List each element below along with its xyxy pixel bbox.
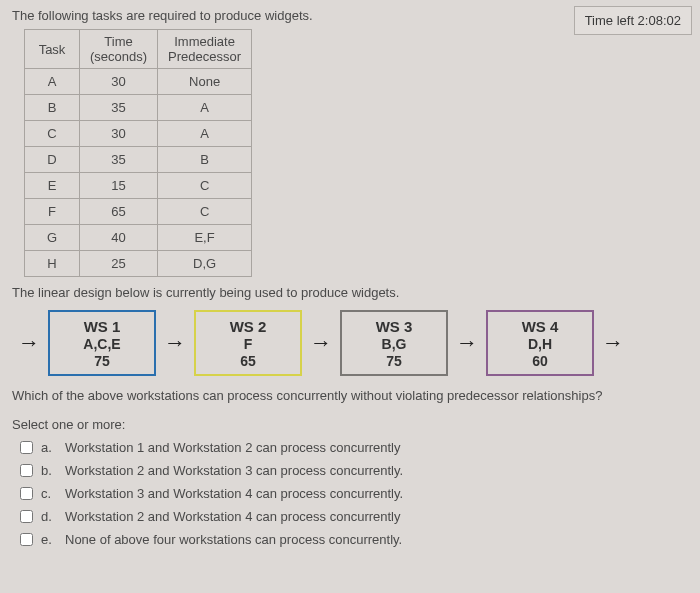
option-c: c. Workstation 3 and Workstation 4 can p… — [20, 486, 688, 501]
arrow-icon: → — [162, 332, 188, 354]
table-row: A30None — [25, 69, 252, 95]
option-b: b. Workstation 2 and Workstation 3 can p… — [20, 463, 688, 478]
options-list: a. Workstation 1 and Workstation 2 can p… — [12, 440, 688, 547]
table-row: C30A — [25, 121, 252, 147]
linear-design-text: The linear design below is currently bei… — [12, 285, 688, 300]
workstation-4: WS 4 D,H 60 — [486, 310, 594, 376]
option-e: e. None of above four workstations can p… — [20, 532, 688, 547]
header-time: Time (seconds) — [80, 30, 158, 69]
table-row: D35B — [25, 147, 252, 173]
workstation-1: WS 1 A,C,E 75 — [48, 310, 156, 376]
table-row: F65C — [25, 199, 252, 225]
arrow-icon: → — [16, 332, 42, 354]
workstation-flow: → WS 1 A,C,E 75 → WS 2 F 65 → WS 3 B,G 7… — [12, 310, 688, 376]
checkbox-a[interactable] — [20, 441, 33, 454]
checkbox-e[interactable] — [20, 533, 33, 546]
table-row: B35A — [25, 95, 252, 121]
arrow-icon: → — [454, 332, 480, 354]
checkbox-b[interactable] — [20, 464, 33, 477]
option-a: a. Workstation 1 and Workstation 2 can p… — [20, 440, 688, 455]
checkbox-d[interactable] — [20, 510, 33, 523]
arrow-icon: → — [600, 332, 626, 354]
select-prompt: Select one or more: — [12, 417, 688, 432]
header-pred: Immediate Predecessor — [158, 30, 252, 69]
table-row: E15C — [25, 173, 252, 199]
table-row: G40E,F — [25, 225, 252, 251]
option-label: Workstation 3 and Workstation 4 can proc… — [65, 486, 403, 501]
header-task: Task — [25, 30, 80, 69]
task-table: Task Time (seconds) Immediate Predecesso… — [24, 29, 252, 277]
option-d: d. Workstation 2 and Workstation 4 can p… — [20, 509, 688, 524]
option-label: Workstation 2 and Workstation 3 can proc… — [65, 463, 403, 478]
arrow-icon: → — [308, 332, 334, 354]
checkbox-c[interactable] — [20, 487, 33, 500]
table-row: H25D,G — [25, 251, 252, 277]
workstation-2: WS 2 F 65 — [194, 310, 302, 376]
option-label: None of above four workstations can proc… — [65, 532, 402, 547]
option-label: Workstation 2 and Workstation 4 can proc… — [65, 509, 401, 524]
timer-badge: Time left 2:08:02 — [574, 6, 692, 35]
workstation-3: WS 3 B,G 75 — [340, 310, 448, 376]
option-label: Workstation 1 and Workstation 2 can proc… — [65, 440, 401, 455]
question-text: Which of the above workstations can proc… — [12, 388, 688, 403]
